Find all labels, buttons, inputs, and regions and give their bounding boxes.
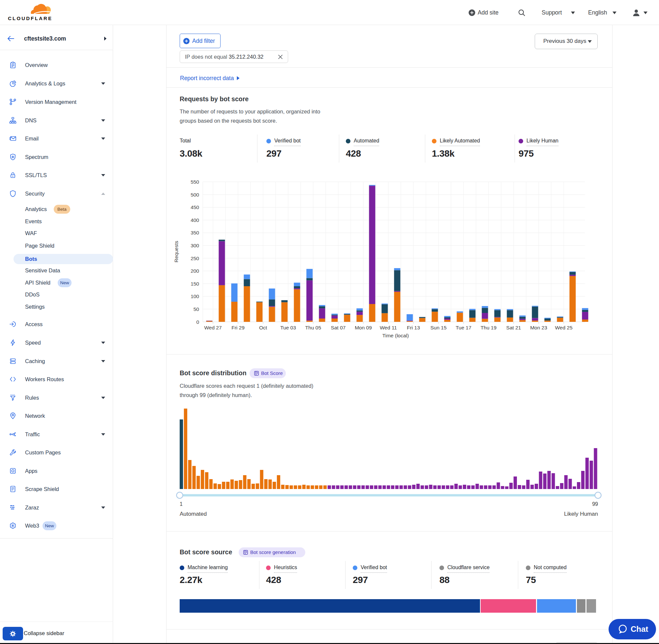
svg-text:200: 200	[191, 268, 199, 274]
svg-text:150: 150	[191, 281, 199, 286]
svg-text:450: 450	[191, 204, 199, 210]
svg-text:500: 500	[191, 192, 199, 198]
svg-text:Wed 11: Wed 11	[380, 325, 397, 330]
svg-text:550: 550	[191, 179, 199, 185]
svg-text:Mon 09: Mon 09	[355, 325, 372, 330]
svg-text:Wed 27: Wed 27	[204, 325, 221, 330]
svg-text:Oct: Oct	[259, 325, 267, 330]
svg-text:Time (local): Time (local)	[382, 333, 409, 338]
svg-text:100: 100	[191, 294, 199, 299]
svg-text:Sun 15: Sun 15	[430, 325, 446, 330]
svg-text:0: 0	[196, 319, 199, 325]
svg-text:1: 1	[180, 501, 183, 507]
svg-text:350: 350	[191, 230, 199, 235]
svg-text:Sat 21: Sat 21	[507, 325, 521, 330]
svg-text:Thu 19: Thu 19	[481, 325, 496, 330]
svg-text:Thu 05: Thu 05	[305, 325, 321, 330]
svg-text:Tue 17: Tue 17	[455, 325, 471, 330]
svg-text:Automated: Automated	[180, 511, 207, 517]
svg-text:50: 50	[193, 306, 199, 312]
svg-text:300: 300	[191, 243, 199, 248]
svg-text:Likely Human: Likely Human	[564, 511, 598, 517]
svg-text:Wed 25: Wed 25	[555, 325, 572, 330]
svg-text:Requests: Requests	[173, 241, 179, 262]
svg-text:Fri 29: Fri 29	[231, 325, 244, 330]
svg-text:Mon 23: Mon 23	[530, 325, 547, 330]
svg-text:Fri 13: Fri 13	[407, 325, 420, 330]
svg-text:Tue 03: Tue 03	[280, 325, 296, 330]
svg-text:400: 400	[191, 217, 199, 223]
svg-text:250: 250	[191, 256, 199, 261]
svg-text:99: 99	[592, 501, 598, 507]
svg-text:Sat 07: Sat 07	[331, 325, 346, 330]
